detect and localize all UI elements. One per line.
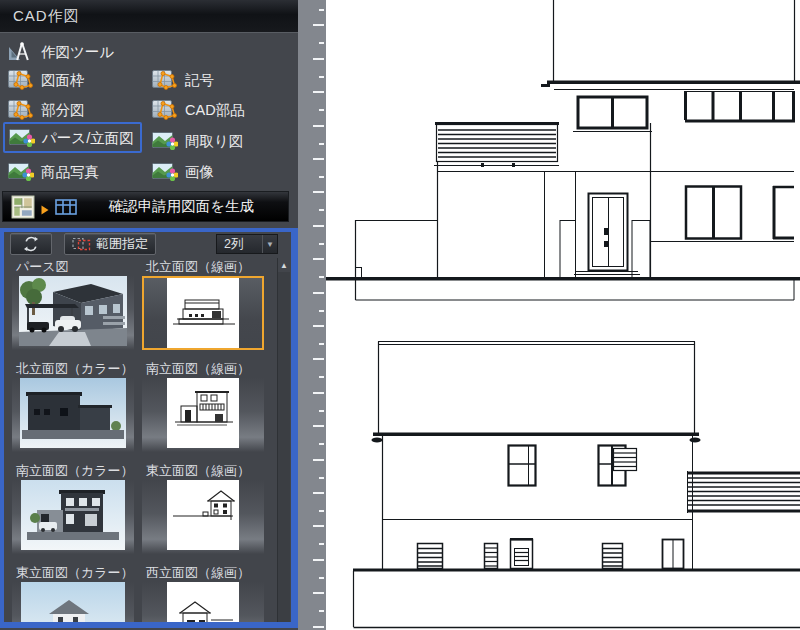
thumbnail-label: 南立面図（線画） bbox=[142, 360, 264, 376]
list-item-south-color[interactable]: 南立面図（カラー） bbox=[12, 462, 134, 554]
sidebar-item-label: パース/立面図 bbox=[42, 129, 134, 148]
thumbnail-west-line[interactable] bbox=[142, 582, 264, 628]
thumbnail-label: 西立面図（線画） bbox=[142, 564, 264, 580]
south-color-thumb-image bbox=[21, 480, 125, 550]
photo-icon bbox=[152, 130, 178, 152]
thumbnail-east-line[interactable] bbox=[142, 480, 264, 554]
ruler-long-ticks bbox=[313, 0, 324, 630]
grid-star-icon bbox=[8, 99, 34, 121]
grid-star-icon bbox=[8, 69, 34, 91]
photo-icon bbox=[9, 127, 35, 149]
compass-icon bbox=[8, 41, 34, 63]
columns-select[interactable]: 2列 ▼ bbox=[216, 234, 278, 254]
sidebar-item-label: 間取り図 bbox=[185, 132, 243, 151]
north-color-thumb-image bbox=[20, 378, 126, 448]
thumbnail-label: 北立面図（線画） bbox=[142, 258, 264, 274]
photo-icon bbox=[8, 161, 34, 183]
sidebar-item-label: 図面枠 bbox=[41, 71, 85, 90]
generate-confirmation-drawings-button[interactable]: 確認申請用図面を生成 bbox=[2, 191, 289, 222]
west-line-thumb-image bbox=[167, 582, 239, 628]
perspective-thumb-image bbox=[19, 276, 127, 346]
sidebar-item-product-photos[interactable]: 商品写真 bbox=[8, 160, 99, 184]
thumbnail-east-color[interactable] bbox=[12, 582, 134, 628]
thumbnail-label: 東立面図（線画） bbox=[142, 462, 264, 478]
sidebar-item-floor-plan[interactable]: 間取り図 bbox=[152, 129, 243, 153]
list-item-east-color[interactable]: 東立面図（カラー） bbox=[12, 564, 134, 628]
scroll-up-icon[interactable]: ▲ bbox=[278, 258, 290, 272]
cad-drawing-window: CAD作図 作図ツール 図面枠 記号 部分図 CAD部品 bbox=[0, 0, 800, 630]
photo-icon bbox=[152, 161, 178, 183]
north-line-thumb-image bbox=[167, 278, 239, 348]
sidebar-item-drawing-tools[interactable]: 作図ツール bbox=[8, 40, 114, 64]
arrow-right-icon bbox=[41, 202, 49, 212]
elevation-list-panel: 範囲指定 2列 ▼ パース図 bbox=[0, 228, 298, 628]
chevron-down-icon: ▼ bbox=[262, 235, 277, 253]
vertical-ruler bbox=[298, 0, 326, 630]
blue-grid-icon bbox=[55, 198, 77, 216]
list-item-west-line[interactable]: 西立面図（線画） bbox=[142, 564, 264, 628]
drawing-canvas[interactable] bbox=[326, 0, 800, 630]
panel-titlebar: CAD作図 bbox=[0, 0, 298, 33]
sidebar-item-label: CAD部品 bbox=[185, 101, 245, 120]
thumbnail-south-color[interactable] bbox=[12, 480, 134, 554]
list-item-north-color[interactable]: 北立面図（カラー） bbox=[12, 360, 134, 452]
thumbnail-south-line[interactable] bbox=[142, 378, 264, 452]
sidebar-item-partial-drawing[interactable]: 部分図 bbox=[8, 98, 85, 122]
sidebar-item-label: 画像 bbox=[185, 163, 214, 182]
sidebar-item-label: 商品写真 bbox=[41, 163, 99, 182]
sidebar-item-label: 部分図 bbox=[41, 101, 85, 120]
thumbnail-perspective[interactable] bbox=[12, 276, 134, 350]
thumbnail-label: 北立面図（カラー） bbox=[12, 360, 134, 376]
sidebar-item-symbols[interactable]: 記号 bbox=[152, 68, 214, 92]
side-elevation-drawing bbox=[326, 300, 800, 630]
sidebar-item-drawing-frame[interactable]: 図面枠 bbox=[8, 68, 85, 92]
east-line-thumb-image bbox=[167, 480, 239, 550]
sidebar-item-label: 記号 bbox=[185, 71, 214, 90]
list-item-south-line[interactable]: 南立面図（線画） bbox=[142, 360, 264, 452]
range-select-icon bbox=[72, 237, 91, 251]
thumbnail-north-line-selected[interactable] bbox=[142, 276, 264, 350]
refresh-button[interactable] bbox=[10, 233, 52, 255]
south-line-thumb-image bbox=[167, 378, 239, 448]
grid-star-icon bbox=[152, 99, 178, 121]
range-select-button[interactable]: 範囲指定 bbox=[64, 233, 156, 255]
front-elevation-drawing bbox=[326, 0, 800, 302]
thumbnail-label: パース図 bbox=[12, 258, 134, 274]
panel-title: CAD作図 bbox=[13, 7, 80, 26]
thumbnail-label: 東立面図（カラー） bbox=[12, 564, 134, 580]
generate-button-label: 確認申請用図面を生成 bbox=[83, 197, 280, 216]
list-scrollbar[interactable]: ▲ bbox=[277, 258, 290, 622]
list-item-north-line[interactable]: 北立面図（線画） bbox=[142, 258, 264, 350]
refresh-icon bbox=[22, 236, 40, 252]
thumbnail-north-color[interactable] bbox=[12, 378, 134, 452]
sidebar-item-label: 作図ツール bbox=[41, 43, 114, 62]
sidebar-item-images[interactable]: 画像 bbox=[152, 160, 214, 184]
floorplan-icon bbox=[11, 195, 35, 219]
list-item-perspective[interactable]: パース図 bbox=[12, 258, 134, 350]
sidebar-item-perspective-elevation[interactable]: パース/立面図 bbox=[9, 126, 134, 150]
range-select-label: 範囲指定 bbox=[96, 235, 148, 253]
list-item-east-line[interactable]: 東立面図（線画） bbox=[142, 462, 264, 554]
grid-star-icon bbox=[152, 69, 178, 91]
east-color-thumb-image bbox=[21, 582, 125, 628]
sidebar-item-cad-parts[interactable]: CAD部品 bbox=[152, 98, 245, 122]
thumbnail-label: 南立面図（カラー） bbox=[12, 462, 134, 478]
columns-value: 2列 bbox=[217, 236, 262, 253]
